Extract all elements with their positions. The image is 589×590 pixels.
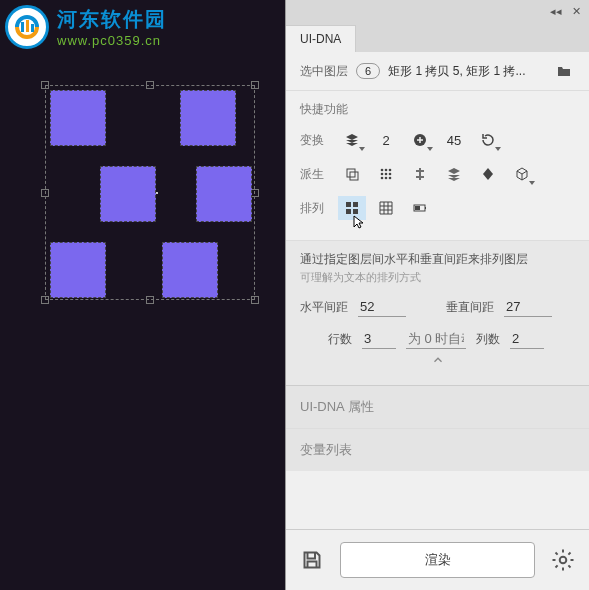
grid-2x2-icon[interactable] [338,196,366,220]
side-panel: ◂◂ ✕ UI-DNA 选中图层 6 矩形 1 拷贝 5, 矩形 1 拷... … [285,0,589,590]
collapse-icon[interactable]: ◂◂ [550,5,562,18]
svg-rect-21 [415,206,420,210]
grid-3x3-icon[interactable] [372,196,400,220]
svg-point-12 [381,177,384,180]
svg-point-7 [385,169,388,172]
svg-rect-16 [353,202,358,207]
shape-rect[interactable] [162,242,218,298]
resize-handle[interactable] [251,296,259,304]
diamond-icon[interactable] [474,162,502,186]
svg-rect-0 [21,22,24,32]
svg-rect-5 [350,172,358,180]
v-spacing-label: 垂直间距 [446,299,494,316]
arrange-label: 排列 [300,200,332,217]
derive-row: 派生 [300,162,575,186]
plus-circle-icon[interactable] [406,128,434,152]
svg-point-10 [385,173,388,176]
svg-point-14 [389,177,392,180]
panel-tabs: UI-DNA [286,22,589,52]
quick-functions-section: 快捷功能 变换 2 45 派生 排列 [286,91,589,241]
align-center-icon[interactable] [406,162,434,186]
tab-ui-dna[interactable]: UI-DNA [286,25,356,52]
logo-url: www.pc0359.cn [57,33,167,48]
resize-handle[interactable] [251,189,259,197]
svg-point-11 [389,173,392,176]
rows-label: 行数 [328,331,352,348]
logo-area: 河东软件园 www.pc0359.cn [5,5,167,49]
arrange-description-section: 通过指定图层间水平和垂直间距来排列图层 可理解为文本的排列方式 水平间距 垂直间… [286,241,589,385]
ui-dna-attributes-header[interactable]: UI-DNA 属性 [286,385,589,428]
selection-section: 选中图层 6 矩形 1 拷贝 5, 矩形 1 拷... [286,52,589,91]
svg-point-13 [385,177,388,180]
svg-rect-17 [346,209,351,214]
logo-title: 河东软件园 [57,6,167,33]
render-button[interactable]: 渲染 [340,542,535,578]
variable-list-header[interactable]: 变量列表 [286,428,589,471]
resize-handle[interactable] [146,81,154,89]
collapse-toggle[interactable] [300,349,575,375]
cols-input[interactable] [510,329,544,349]
folder-icon[interactable] [553,60,575,82]
quick-functions-title: 快捷功能 [300,101,575,118]
selection-text: 矩形 1 拷贝 5, 矩形 1 拷... [388,63,545,80]
transform-row: 变换 2 45 [300,128,575,152]
copy-icon[interactable] [338,162,366,186]
transform-label: 变换 [300,132,332,149]
derive-label: 派生 [300,166,332,183]
svg-rect-1 [26,20,29,32]
h-spacing-label: 水平间距 [300,299,348,316]
svg-rect-15 [346,202,351,207]
svg-rect-2 [31,24,34,32]
bottom-bar: 渲染 [286,529,589,590]
resize-handle[interactable] [41,81,49,89]
svg-point-9 [381,173,384,176]
svg-point-6 [381,169,384,172]
svg-rect-4 [347,169,355,177]
shape-rect[interactable] [180,90,236,146]
svg-point-8 [389,169,392,172]
resize-handle[interactable] [146,296,154,304]
canvas-selection[interactable] [45,85,255,300]
svg-point-22 [560,557,567,564]
panel-topbar: ◂◂ ✕ [286,0,589,22]
grid-row: 行数 列数 [300,329,575,349]
h-spacing-input[interactable] [358,297,406,317]
shape-rect[interactable] [50,90,106,146]
resize-handle[interactable] [251,81,259,89]
logo-icon [5,5,49,49]
arrange-desc-1: 通过指定图层间水平和垂直间距来排列图层 [300,251,575,268]
shape-rect[interactable] [100,166,156,222]
v-spacing-input[interactable] [504,297,552,317]
arrange-desc-2: 可理解为文本的排列方式 [300,270,575,285]
rotate-icon[interactable] [474,128,502,152]
shape-rect[interactable] [196,166,252,222]
save-icon[interactable] [300,548,324,572]
shape-rect[interactable] [50,242,106,298]
transform-value-1[interactable]: 2 [372,133,400,148]
spacing-row: 水平间距 垂直间距 [300,297,575,317]
svg-rect-20 [425,207,426,209]
resize-handle[interactable] [41,189,49,197]
transform-value-2[interactable]: 45 [440,133,468,148]
auto-placeholder-input[interactable] [406,329,466,349]
stack-icon[interactable] [440,162,468,186]
grid-dots-icon[interactable] [372,162,400,186]
gear-icon[interactable] [551,548,575,572]
layers-icon[interactable] [338,128,366,152]
close-icon[interactable]: ✕ [572,5,581,18]
selection-label: 选中图层 [300,63,348,80]
arrange-row: 排列 [300,196,575,220]
cube-icon[interactable] [508,162,536,186]
selection-count-badge: 6 [356,63,380,79]
cols-label: 列数 [476,331,500,348]
resize-handle[interactable] [41,296,49,304]
battery-icon[interactable] [406,196,434,220]
rows-input[interactable] [362,329,396,349]
svg-rect-18 [353,209,358,214]
